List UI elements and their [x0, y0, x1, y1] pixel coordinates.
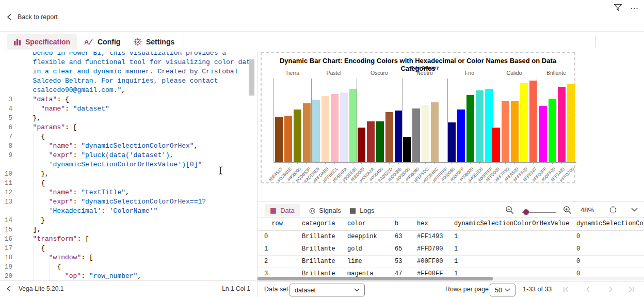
chart-bar: [466, 95, 474, 162]
table-cell: 53: [395, 258, 402, 265]
zoom-slider-knob[interactable]: [523, 209, 529, 215]
table-cell: 1: [264, 245, 268, 253]
table-cell: #FFD700: [417, 245, 443, 253]
column-header[interactable]: __row__: [264, 220, 290, 227]
line-number: 14: [0, 216, 12, 225]
table-cell: 2: [264, 258, 268, 265]
table-header-row: __row__categoriacolorbhexdynamicSelectio…: [257, 218, 644, 231]
chart-bar: [376, 121, 384, 162]
deneb-editor-window: Back to report ⋯ Specification A Confi: [0, 0, 644, 297]
code-line: csalcedo90@gmail.com.",: [0, 86, 257, 95]
chart-facet: #000000#808080#F5F5DC#D2B48C#FFFFFF: [402, 79, 447, 162]
code-line: 14}: [0, 216, 257, 225]
column-header[interactable]: b: [395, 220, 398, 227]
filter-icon[interactable]: [612, 2, 623, 13]
table-cell: Brillante: [302, 270, 335, 277]
tab-data[interactable]: ▦ Data: [265, 204, 300, 216]
line-number: 15: [0, 225, 12, 235]
collapse-panel-icon[interactable]: [6, 286, 11, 292]
prev-page-button[interactable]: [584, 285, 592, 293]
table-horizontal-scrollbar[interactable]: [257, 277, 644, 280]
row-range-label: 1-33 of 33: [523, 286, 552, 293]
back-label: Back to report: [18, 13, 58, 21]
last-page-button[interactable]: [627, 285, 635, 293]
chart-bar: [331, 94, 339, 162]
editor-scrollbar[interactable]: [249, 59, 254, 96]
tab-config[interactable]: A Config: [77, 34, 127, 50]
table-cell: 0: [576, 258, 580, 265]
logs-icon: ▤: [349, 207, 356, 214]
table-row: 2Brillantelime53#00FF0010: [257, 256, 644, 268]
table-cell: 0: [264, 233, 268, 240]
first-page-button[interactable]: [562, 285, 570, 293]
tab-signals[interactable]: ◎ Signals: [304, 204, 346, 216]
code-line: 18"window": [: [0, 253, 257, 262]
line-number: 12: [0, 188, 12, 197]
table-cell: 63: [395, 233, 402, 240]
chart-bar: [457, 110, 465, 162]
code-line: 8"name": "dynamicSelectionColorOrHex",: [0, 142, 257, 151]
tab-strip: Specification A Config Settings: [0, 31, 644, 52]
toolbar-divider-2: [595, 36, 595, 48]
preview-panel: Dynamic Bar Chart: Encoding Colors with …: [257, 52, 644, 297]
table-cell: gold: [347, 245, 362, 253]
zoom-level-value[interactable]: 48%: [581, 206, 594, 214]
table-cell: 1: [454, 245, 458, 253]
code-line: in a clear and dynamic manner. Created b…: [0, 67, 257, 76]
line-number: 16: [0, 235, 12, 244]
line-number: 10: [0, 169, 12, 179]
code-line: 6"params": [: [0, 123, 257, 132]
table-cell: 0: [576, 245, 580, 253]
more-options-icon[interactable]: ⋯: [629, 2, 640, 13]
tab-specification[interactable]: Specification: [7, 34, 77, 50]
chart-bar: [511, 101, 519, 162]
chart-bar: [529, 81, 537, 162]
dataset-select[interactable]: dataset: [289, 284, 365, 296]
chart-bar: [395, 111, 403, 162]
column-header[interactable]: categoria: [302, 220, 335, 227]
collapse-data-panel-icon[interactable]: [631, 208, 638, 212]
line-number: 17: [0, 244, 12, 253]
next-page-button[interactable]: [606, 285, 615, 293]
column-header[interactable]: hex: [417, 220, 428, 227]
code-line: 16"transform": [: [0, 235, 257, 244]
signals-icon: ◎: [309, 207, 315, 214]
dataset-label: Data set: [264, 286, 288, 293]
column-header[interactable]: dynamicSelectionColo: [576, 220, 644, 227]
cursor-position: Ln 1 Col 1: [222, 285, 250, 292]
facet-label: Neutro: [416, 70, 433, 76]
table-cell: Brillante: [302, 233, 335, 240]
zoom-in-icon[interactable]: [563, 206, 572, 214]
line-number: 7: [0, 132, 12, 142]
line-number: 11: [0, 179, 12, 188]
tab-signals-label: Signals: [319, 207, 341, 214]
table-cell: 0: [576, 270, 580, 277]
table-cell: #00FF00: [417, 258, 443, 265]
rows-per-page-select[interactable]: 50: [490, 284, 516, 296]
visual-preview[interactable]: Dynamic Bar Chart: Encoding Colors with …: [261, 52, 575, 183]
table-cell: magenta: [347, 270, 373, 277]
chart-bar: [312, 100, 320, 162]
zoom-out-icon[interactable]: [505, 206, 514, 214]
tab-logs[interactable]: ▤ Logs: [344, 204, 379, 216]
fit-to-view-icon[interactable]: [608, 206, 618, 214]
chevron-down-icon: [505, 288, 510, 292]
table-cell: Brillante: [302, 258, 335, 265]
edit-text-icon: A: [84, 38, 93, 46]
column-header[interactable]: color: [347, 220, 366, 227]
column-header[interactable]: dynamicSelectionColorOrHexValue: [454, 220, 569, 227]
chart-bar: [520, 83, 528, 162]
code-line: 9"expr": "pluck(data('dataset'),: [0, 151, 257, 160]
tab-settings-label: Settings: [146, 38, 174, 46]
code-line: 5},: [0, 114, 257, 123]
chart-bar: [476, 90, 484, 162]
tab-settings[interactable]: Settings: [127, 34, 181, 50]
line-number: 18: [0, 253, 12, 262]
table-hscroll-thumb[interactable]: [257, 277, 493, 280]
back-to-report-link[interactable]: Back to report: [6, 13, 58, 21]
code-line: 17{: [0, 244, 257, 253]
rows-per-page-label: Rows per page: [445, 286, 489, 293]
table-row: 1Brillantegold65#FFD70010: [257, 243, 644, 256]
chart-bar: [367, 121, 375, 162]
chart-bar: [358, 128, 365, 162]
